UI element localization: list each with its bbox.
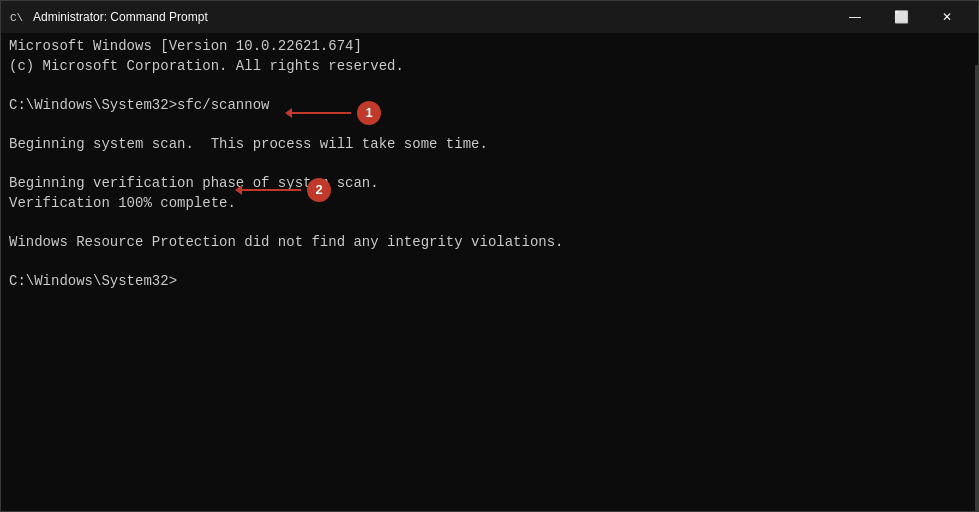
cmd-window: C\ Administrator: Command Prompt — ⬜ ✕ M… (0, 0, 979, 512)
window-controls: — ⬜ ✕ (832, 1, 970, 33)
terminal-line (9, 115, 970, 135)
title-bar-left: C\ Administrator: Command Prompt (9, 9, 208, 25)
terminal-line: Beginning verification phase of system s… (9, 174, 970, 194)
terminal-line (9, 253, 970, 273)
terminal-line (9, 213, 970, 233)
terminal-line (9, 155, 970, 175)
terminal-line (9, 76, 970, 96)
terminal-line: Verification 100% complete. (9, 194, 970, 214)
terminal-line: C:\Windows\System32> (9, 272, 970, 292)
svg-text:C\: C\ (10, 12, 23, 24)
terminal-line: C:\Windows\System32>sfc/scannow (9, 96, 970, 116)
title-bar: C\ Administrator: Command Prompt — ⬜ ✕ (1, 1, 978, 33)
terminal-line: (c) Microsoft Corporation. All rights re… (9, 57, 970, 77)
window-title: Administrator: Command Prompt (33, 10, 208, 24)
maximize-button[interactable]: ⬜ (878, 1, 924, 33)
minimize-button[interactable]: — (832, 1, 878, 33)
close-button[interactable]: ✕ (924, 1, 970, 33)
right-border (975, 65, 978, 511)
terminal-body[interactable]: Microsoft Windows [Version 10.0.22621.67… (1, 33, 978, 511)
terminal-line: Windows Resource Protection did not find… (9, 233, 970, 253)
terminal-line: Microsoft Windows [Version 10.0.22621.67… (9, 37, 970, 57)
cmd-icon: C\ (9, 9, 25, 25)
terminal-line: Beginning system scan. This process will… (9, 135, 970, 155)
